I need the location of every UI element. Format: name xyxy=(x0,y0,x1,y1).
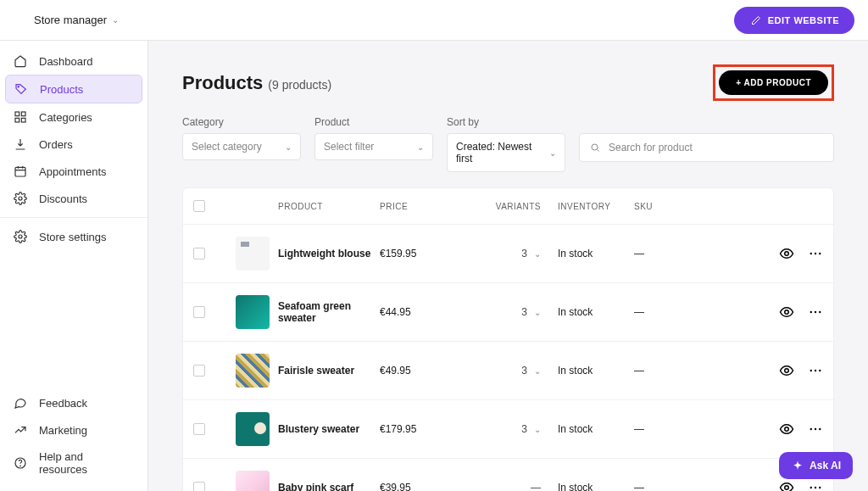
more-icon[interactable] xyxy=(808,304,823,320)
row-checkbox[interactable] xyxy=(193,423,205,435)
visibility-icon[interactable] xyxy=(779,363,794,378)
row-checkbox[interactable] xyxy=(193,365,205,377)
visibility-icon[interactable] xyxy=(779,480,794,491)
speech-icon xyxy=(14,396,27,410)
table-row[interactable]: Seafoam green sweater€44.953⌄In stock— xyxy=(183,283,833,342)
add-product-button[interactable]: + ADD PRODUCT xyxy=(719,70,828,95)
product-thumbnail xyxy=(236,295,270,329)
filter-category: Category Select category ⌄ xyxy=(182,116,301,172)
filter-category-label: Category xyxy=(182,116,301,128)
sidebar-item-label: Categories xyxy=(39,111,92,124)
chevron-down-icon: ⌄ xyxy=(285,142,292,152)
table-row[interactable]: Lightweight blouse€159.953⌄In stock— xyxy=(183,225,833,283)
product-name: Seafoam green sweater xyxy=(278,300,380,324)
nav-bottom: FeedbackMarketingHelp and resources xyxy=(5,389,142,483)
table-row[interactable]: Fairisle sweater€49.953⌄In stock— xyxy=(183,342,833,400)
product-sku: — xyxy=(634,306,685,318)
product-sku: — xyxy=(634,482,685,491)
product-inventory: In stock xyxy=(558,423,634,435)
gear-icon xyxy=(14,192,27,205)
main: Products (9 products) + ADD PRODUCT Cate… xyxy=(148,41,868,491)
topbar: Store manager ⌄ EDIT WEBSITE xyxy=(0,0,868,41)
sidebar-item-orders[interactable]: Orders xyxy=(5,131,142,158)
help-icon xyxy=(14,456,27,470)
svg-point-13 xyxy=(815,253,816,254)
product-price: €49.95 xyxy=(380,365,473,377)
sidebar-item-discounts[interactable]: Discounts xyxy=(5,185,142,212)
product-inventory: In stock xyxy=(558,248,634,259)
chevron-down-icon: ⌄ xyxy=(112,15,119,25)
ask-ai-button[interactable]: ✦ Ask AI xyxy=(779,452,853,479)
sort-value: Created: Newest first xyxy=(456,141,549,165)
row-actions xyxy=(685,246,823,261)
chevron-down-icon: ⌄ xyxy=(534,366,541,376)
home-icon xyxy=(14,54,27,68)
product-variants[interactable]: 3⌄ xyxy=(473,423,558,435)
page-title: Products (9 products) xyxy=(182,72,331,94)
svg-point-24 xyxy=(810,428,812,430)
sidebar-item-dashboard[interactable]: Dashboard xyxy=(5,47,142,75)
more-icon[interactable] xyxy=(808,246,823,261)
sidebar-item-feedback[interactable]: Feedback xyxy=(5,389,142,416)
svg-point-27 xyxy=(785,486,789,490)
svg-point-17 xyxy=(815,311,816,313)
row-actions xyxy=(685,363,823,378)
sort-select[interactable]: Created: Newest first ⌄ xyxy=(447,133,565,172)
more-icon[interactable] xyxy=(808,480,823,491)
sidebar-item-categories[interactable]: Categories xyxy=(5,103,142,131)
product-filter-select[interactable]: Select filter ⌄ xyxy=(314,133,433,160)
svg-point-9 xyxy=(20,466,21,466)
sidebar-item-label: Dashboard xyxy=(39,55,93,68)
product-name: Blustery sweater xyxy=(278,423,380,435)
sidebar-item-label: Products xyxy=(40,83,83,96)
row-checkbox[interactable] xyxy=(193,482,205,491)
row-checkbox[interactable] xyxy=(193,248,205,259)
table-row[interactable]: Blustery sweater€179.953⌄In stock— xyxy=(183,400,833,459)
product-sku: — xyxy=(634,248,685,259)
svg-point-11 xyxy=(785,252,789,256)
sidebar-item-appointments[interactable]: Appointments xyxy=(5,158,142,185)
product-name: Lightweight blouse xyxy=(278,248,380,259)
edit-website-button[interactable]: EDIT WEBSITE xyxy=(734,7,854,34)
nav-main: DashboardProductsCategoriesOrdersAppoint… xyxy=(5,47,142,212)
product-variants[interactable]: 3⌄ xyxy=(473,365,558,377)
product-variants[interactable]: 3⌄ xyxy=(473,248,558,259)
visibility-icon[interactable] xyxy=(779,246,794,261)
product-thumbnail xyxy=(236,471,270,491)
sidebar-item-label: Orders xyxy=(39,138,73,151)
visibility-icon[interactable] xyxy=(779,304,794,320)
more-icon[interactable] xyxy=(808,363,823,378)
row-checkbox[interactable] xyxy=(193,306,205,318)
sidebar-item-label: Marketing xyxy=(39,424,87,437)
search-input[interactable]: Search for product xyxy=(579,133,834,162)
svg-point-29 xyxy=(815,487,816,488)
calendar-icon xyxy=(14,165,27,178)
more-icon[interactable] xyxy=(808,421,823,437)
layout: DashboardProductsCategoriesOrdersAppoint… xyxy=(0,41,868,491)
chevron-down-icon: ⌄ xyxy=(534,249,541,259)
store-switcher[interactable]: Store manager ⌄ xyxy=(34,14,119,26)
category-select[interactable]: Select category ⌄ xyxy=(182,133,301,160)
product-variants[interactable]: 3⌄ xyxy=(473,306,558,318)
sidebar-item-products[interactable]: Products xyxy=(5,75,142,103)
page-count: (9 products) xyxy=(268,78,331,92)
col-variants: VARIANTS xyxy=(473,202,558,211)
select-all-checkbox[interactable] xyxy=(193,200,205,212)
product-price: €39.95 xyxy=(380,482,473,491)
product-inventory: In stock xyxy=(558,482,634,491)
visibility-icon[interactable] xyxy=(779,421,794,437)
nav-separator xyxy=(0,217,147,218)
sidebar-item-marketing[interactable]: Marketing xyxy=(5,416,142,444)
search-icon xyxy=(588,141,602,154)
svg-point-0 xyxy=(18,86,19,87)
col-inventory: INVENTORY xyxy=(558,202,634,211)
tag-icon xyxy=(14,82,28,96)
sidebar-item-help-and-resources[interactable]: Help and resources xyxy=(5,444,142,483)
svg-point-23 xyxy=(785,427,789,432)
svg-rect-5 xyxy=(15,167,25,176)
svg-point-28 xyxy=(810,487,812,488)
sidebar-item-store-settings[interactable]: Store settings xyxy=(5,223,142,250)
svg-point-20 xyxy=(810,370,812,371)
table-row[interactable]: Baby pink scarf€39.95—In stock— xyxy=(183,459,833,491)
download-icon xyxy=(14,137,27,151)
